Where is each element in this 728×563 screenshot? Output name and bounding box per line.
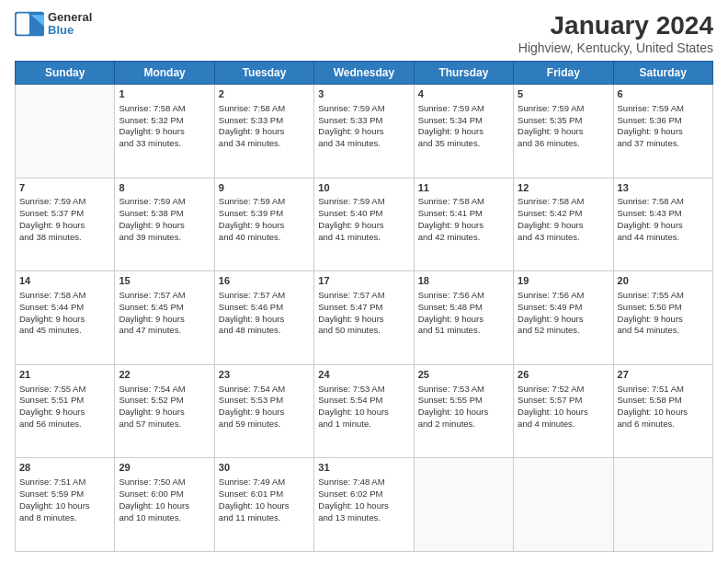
- day-info: Sunrise: 7:59 AM: [318, 196, 409, 208]
- calendar-day-cell: [16, 85, 115, 178]
- day-info: and 11 minutes.: [219, 512, 310, 524]
- day-number: 27: [618, 368, 709, 382]
- day-info: Sunset: 5:59 PM: [19, 488, 110, 500]
- day-number: 6: [618, 87, 709, 101]
- day-info: and 45 minutes.: [19, 325, 110, 337]
- calendar-week-row: 7Sunrise: 7:59 AMSunset: 5:37 PMDaylight…: [16, 178, 713, 271]
- day-number: 12: [518, 181, 609, 195]
- day-info: Daylight: 10 hours: [418, 407, 509, 419]
- day-info: Daylight: 10 hours: [618, 407, 709, 419]
- calendar-day-header: Thursday: [414, 62, 513, 85]
- day-info: Daylight: 10 hours: [318, 407, 409, 419]
- day-info: and 54 minutes.: [618, 325, 709, 337]
- day-info: Daylight: 10 hours: [318, 500, 409, 512]
- calendar-subtitle: Highview, Kentucky, United States: [518, 40, 713, 55]
- day-info: Sunrise: 7:57 AM: [119, 290, 210, 302]
- calendar-day-cell: 5Sunrise: 7:59 AMSunset: 5:35 PMDaylight…: [514, 85, 613, 178]
- day-info: Sunset: 5:33 PM: [219, 115, 310, 127]
- calendar-day-cell: 31Sunrise: 7:48 AMSunset: 6:02 PMDayligh…: [314, 458, 414, 552]
- day-info: Sunrise: 7:51 AM: [618, 384, 709, 396]
- day-info: Sunset: 5:58 PM: [618, 395, 709, 407]
- calendar-day-cell: 26Sunrise: 7:52 AMSunset: 5:57 PMDayligh…: [514, 364, 613, 458]
- calendar-week-row: 28Sunrise: 7:51 AMSunset: 5:59 PMDayligh…: [16, 458, 713, 552]
- day-info: Daylight: 9 hours: [19, 220, 110, 232]
- day-info: Daylight: 9 hours: [119, 220, 210, 232]
- day-info: Sunset: 5:43 PM: [618, 208, 709, 220]
- day-info: Sunset: 5:39 PM: [219, 208, 310, 220]
- logo-line1: General: [48, 11, 92, 24]
- day-info: Daylight: 9 hours: [219, 126, 310, 138]
- day-info: Sunset: 6:02 PM: [318, 488, 409, 500]
- day-info: Sunrise: 7:54 AM: [119, 384, 210, 396]
- day-number: 18: [418, 274, 509, 288]
- day-info: Daylight: 9 hours: [119, 314, 210, 326]
- day-info: Sunset: 5:36 PM: [618, 115, 709, 127]
- day-info: Sunrise: 7:48 AM: [318, 477, 409, 488]
- day-info: Daylight: 9 hours: [219, 407, 310, 419]
- day-number: 14: [19, 274, 110, 288]
- day-info: and 56 minutes.: [19, 419, 110, 431]
- calendar-day-cell: [613, 458, 712, 552]
- logo-line2: Blue: [48, 24, 92, 37]
- day-number: 29: [119, 461, 210, 475]
- calendar-week-row: 1Sunrise: 7:58 AMSunset: 5:32 PMDaylight…: [16, 85, 713, 178]
- calendar-day-header: Tuesday: [214, 62, 313, 85]
- day-info: and 34 minutes.: [318, 138, 409, 150]
- day-number: 9: [219, 181, 310, 195]
- day-number: 17: [318, 274, 409, 288]
- day-info: Sunset: 5:47 PM: [318, 302, 409, 314]
- day-info: and 42 minutes.: [418, 232, 509, 244]
- calendar-day-cell: 25Sunrise: 7:53 AMSunset: 5:55 PMDayligh…: [414, 364, 513, 458]
- day-info: Daylight: 9 hours: [518, 220, 609, 232]
- day-info: Sunset: 5:52 PM: [119, 395, 210, 407]
- day-info: Sunrise: 7:59 AM: [618, 103, 709, 115]
- day-info: Sunset: 5:55 PM: [418, 395, 509, 407]
- day-info: and 39 minutes.: [119, 232, 210, 244]
- calendar-day-cell: 12Sunrise: 7:58 AMSunset: 5:42 PMDayligh…: [514, 178, 613, 271]
- calendar-week-row: 21Sunrise: 7:55 AMSunset: 5:51 PMDayligh…: [16, 364, 713, 458]
- day-info: and 48 minutes.: [219, 325, 310, 337]
- calendar-day-cell: 11Sunrise: 7:58 AMSunset: 5:41 PMDayligh…: [414, 178, 513, 271]
- day-info: Sunset: 5:41 PM: [418, 208, 509, 220]
- day-info: and 34 minutes.: [219, 138, 310, 150]
- day-info: and 37 minutes.: [618, 138, 709, 150]
- day-number: 31: [318, 461, 409, 475]
- day-info: Daylight: 9 hours: [19, 314, 110, 326]
- day-info: Sunrise: 7:53 AM: [418, 384, 509, 396]
- day-info: Sunrise: 7:58 AM: [518, 196, 609, 208]
- day-info: Sunrise: 7:59 AM: [219, 196, 310, 208]
- calendar-day-cell: 6Sunrise: 7:59 AMSunset: 5:36 PMDaylight…: [613, 85, 712, 178]
- day-info: Sunrise: 7:58 AM: [219, 103, 310, 115]
- calendar-day-header: Monday: [115, 62, 214, 85]
- calendar-day-header: Wednesday: [314, 62, 414, 85]
- day-info: Sunset: 5:44 PM: [19, 302, 110, 314]
- day-info: and 41 minutes.: [318, 232, 409, 244]
- day-info: and 38 minutes.: [19, 232, 110, 244]
- day-number: 5: [518, 87, 609, 101]
- day-info: Sunset: 5:51 PM: [19, 395, 110, 407]
- day-info: Daylight: 9 hours: [219, 220, 310, 232]
- calendar-day-header: Friday: [514, 62, 613, 85]
- calendar-day-cell: 7Sunrise: 7:59 AMSunset: 5:37 PMDaylight…: [16, 178, 115, 271]
- day-number: 30: [219, 461, 310, 475]
- day-info: Sunset: 5:57 PM: [518, 395, 609, 407]
- day-info: and 4 minutes.: [518, 419, 609, 431]
- day-info: and 6 minutes.: [618, 419, 709, 431]
- day-info: Daylight: 9 hours: [418, 126, 509, 138]
- day-number: 11: [418, 181, 509, 195]
- day-info: Sunset: 5:37 PM: [19, 208, 110, 220]
- day-info: Daylight: 9 hours: [318, 314, 409, 326]
- day-info: Sunset: 5:35 PM: [518, 115, 609, 127]
- day-number: 7: [19, 181, 110, 195]
- day-info: Daylight: 10 hours: [19, 500, 110, 512]
- day-number: 16: [219, 274, 310, 288]
- calendar-day-cell: [414, 458, 513, 552]
- calendar-day-cell: [514, 458, 613, 552]
- calendar-day-cell: 17Sunrise: 7:57 AMSunset: 5:47 PMDayligh…: [314, 271, 414, 365]
- day-info: and 36 minutes.: [518, 138, 609, 150]
- day-info: Sunset: 5:46 PM: [219, 302, 310, 314]
- calendar-day-header: Saturday: [613, 62, 712, 85]
- day-info: Sunset: 5:40 PM: [318, 208, 409, 220]
- day-info: and 1 minute.: [318, 419, 409, 431]
- day-info: and 10 minutes.: [119, 512, 210, 524]
